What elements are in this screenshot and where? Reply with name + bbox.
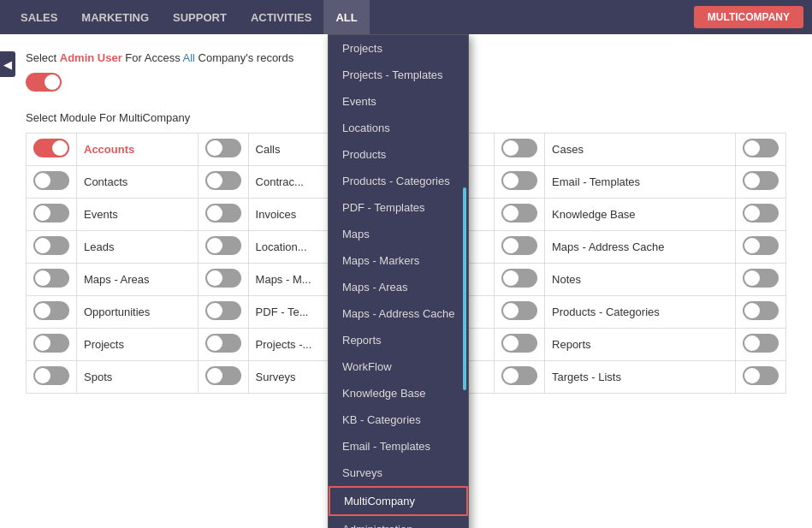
dropdown-item-maps[interactable]: Maps <box>329 221 468 247</box>
toggle-products[interactable] <box>501 301 537 320</box>
label-maps-address-cache: Maps - Address Cache <box>545 231 736 264</box>
dropdown-item-events[interactable]: Events <box>329 88 468 115</box>
toggle-targets-lists[interactable] <box>743 366 779 385</box>
label-spots: Spots <box>77 361 199 394</box>
toggle-cases[interactable] <box>743 139 779 157</box>
toggle-targets[interactable] <box>501 366 537 385</box>
dropdown-item-products[interactable]: Products <box>329 141 468 168</box>
dropdown-item-kb-categories[interactable]: KB - Categories <box>329 406 468 433</box>
main-content: Select Admin User For Access All Company… <box>0 34 812 528</box>
label-cases: Cases <box>545 133 736 166</box>
toggle-pdf-te[interactable] <box>205 301 241 320</box>
dropdown-item-projects-templates[interactable]: Projects - Templates <box>329 62 468 88</box>
label-accounts: Accounts <box>77 133 199 166</box>
toggle-contracts[interactable] <box>205 171 241 190</box>
toggle-quotes[interactable] <box>501 334 537 353</box>
dropdown-item-pdf-templates[interactable]: PDF - Templates <box>329 194 468 221</box>
dropdown-item-knowledge-base[interactable]: Knowledge Base <box>329 380 468 406</box>
toggle-documents[interactable] <box>501 171 537 190</box>
label-email-templates: Email - Templates <box>545 166 736 199</box>
label-opportunities: Opportunities <box>77 296 199 329</box>
toggle-accounts[interactable] <box>33 139 69 157</box>
dropdown-item-email-templates[interactable]: Email - Templates <box>329 433 468 460</box>
toggle-opportunities[interactable] <box>33 301 69 320</box>
toggle-events[interactable] <box>33 204 69 222</box>
label-projects: Projects <box>77 329 199 361</box>
label-notes: Notes <box>545 264 736 296</box>
toggle-reports[interactable] <box>743 334 779 353</box>
toggle-maps[interactable] <box>501 236 537 255</box>
admin-highlight: Admin User <box>60 51 122 64</box>
dropdown-item-products-categories[interactable]: Products - Categories <box>329 168 468 194</box>
toggle-campaigns[interactable] <box>501 139 537 157</box>
dropdown-item-maps-address-cache[interactable]: Maps - Address Cache <box>329 300 468 327</box>
nav-marketing[interactable]: MARKETING <box>69 0 161 34</box>
dropdown-item-locations[interactable]: Locations <box>329 115 468 141</box>
toggle-projects[interactable] <box>33 334 69 353</box>
dropdown-item-reports[interactable]: Reports <box>329 327 468 353</box>
admin-toggle[interactable] <box>26 73 62 92</box>
toggle-maps-areas[interactable] <box>33 269 69 288</box>
dropdown-item-multicompany[interactable]: MultiCompany <box>329 486 468 516</box>
toggle-kb-categories[interactable] <box>501 204 537 222</box>
dropdown-item-administration[interactable]: Administration <box>329 516 468 528</box>
sidebar-toggle[interactable]: ◀ <box>0 51 15 77</box>
dropdown-item-maps-markers[interactable]: Maps - Markers <box>329 247 468 274</box>
dropdown-item-projects[interactable]: Projects <box>329 35 468 62</box>
admin-toggle-wrap[interactable] <box>26 73 62 92</box>
all-dropdown-menu: Projects Projects - Templates Events Loc… <box>328 34 469 528</box>
label-contacts: Contacts <box>77 166 199 199</box>
toggle-contacts[interactable] <box>33 171 69 190</box>
top-nav: SALES MARKETING SUPPORT ACTIVITIES ALL M… <box>0 0 812 34</box>
label-events: Events <box>77 199 199 231</box>
nav-sales[interactable]: SALES <box>9 0 69 34</box>
toggle-calls[interactable] <box>205 139 241 157</box>
toggle-locations[interactable] <box>205 236 241 255</box>
nav-all[interactable]: ALL <box>323 0 369 34</box>
toggle-invoices[interactable] <box>205 204 241 222</box>
toggle-email-templates[interactable] <box>743 171 779 190</box>
toggle-projects-templates[interactable] <box>205 334 241 353</box>
toggle-notes[interactable] <box>743 269 779 288</box>
nav-activities[interactable]: ACTIVITIES <box>239 0 324 34</box>
nav-support[interactable]: SUPPORT <box>161 0 239 34</box>
toggle-spots[interactable] <box>33 366 69 385</box>
all-label: All <box>183 51 195 64</box>
label-knowledge-base: Knowledge Base <box>545 199 736 231</box>
dropdown-item-surveys[interactable]: Surveys <box>329 460 468 486</box>
toggle-knowledge-base[interactable] <box>743 204 779 222</box>
dropdown-item-workflow[interactable]: WorkFlow <box>329 353 468 380</box>
dropdown-item-maps-areas[interactable]: Maps - Areas <box>329 274 468 300</box>
multicompany-button[interactable]: MULTICOMPANY <box>694 6 803 28</box>
toggle-maps-m[interactable] <box>205 269 241 288</box>
label-products-categories: Products - Categories <box>545 296 736 329</box>
toggle-leads[interactable] <box>33 236 69 255</box>
label-reports: Reports <box>545 329 736 361</box>
label-targets-lists: Targets - Lists <box>545 361 736 394</box>
label-leads: Leads <box>77 231 199 264</box>
toggle-surveys[interactable] <box>205 366 241 385</box>
toggle-meetings[interactable] <box>501 269 537 288</box>
toggle-products-categories[interactable] <box>743 301 779 320</box>
label-maps-areas: Maps - Areas <box>77 264 199 296</box>
toggle-maps-address-cache[interactable] <box>743 236 779 255</box>
dropdown-scrollbar <box>463 187 466 390</box>
